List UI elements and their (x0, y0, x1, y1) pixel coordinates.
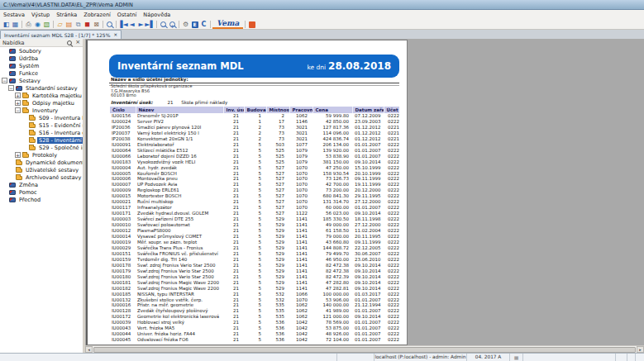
table-cell: PlasmaPS8000 (136, 228, 223, 234)
document-tab[interactable]: Inventární seznam MDL S28 - [1/7] * 125%… (0, 30, 122, 39)
table-cell: 21 (223, 125, 244, 131)
menu-item[interactable]: Výstup (28, 12, 53, 18)
table-cell: 21 (223, 308, 244, 314)
tree-item[interactable]: Soubory (0, 47, 83, 55)
close-doc-icon[interactable]: ⊠ (92, 20, 101, 29)
table-cell: 21 (223, 171, 244, 177)
table-row: IU00024Server PIV221117114642 850.0023.0… (110, 119, 399, 125)
tree-item[interactable]: +Odpisy majetku (0, 99, 83, 107)
tree-item[interactable]: Změna (0, 181, 83, 188)
table-cell: 1042 (289, 325, 312, 331)
tree-item[interactable]: S29 - Společné inventury čárov (0, 144, 83, 151)
sidebar-title: Nabídka (2, 40, 67, 46)
record-icon[interactable]: ◼ (83, 20, 92, 29)
image-icon[interactable]: ▧ (42, 20, 51, 29)
table-cell: 11.02.2004 (352, 228, 384, 234)
prev-page-icon[interactable]: ◄ (127, 20, 136, 29)
folder-icon (16, 176, 22, 180)
table-cell: 21 (223, 257, 244, 263)
collapse-icon[interactable]: − (15, 107, 21, 113)
tree-item[interactable]: S15 - Evidenční štítky MDL (0, 121, 83, 129)
tree-item[interactable]: −Inventury (0, 107, 83, 114)
table-cell: 3021 (289, 125, 312, 131)
table-cell: IU00005 (110, 171, 136, 177)
vema-red-icon[interactable] (247, 20, 256, 29)
table-cell: IU00151 (110, 251, 136, 257)
expand-icon[interactable]: + (15, 93, 21, 98)
tree-item[interactable]: −Standardní sestavy (0, 84, 83, 92)
table-cell: 02222 (384, 280, 399, 286)
table-cell: 206 134.00 (312, 142, 352, 148)
tree-item[interactable]: Přechod (0, 196, 83, 203)
table-cell: 527 (266, 176, 289, 182)
tree-item[interactable]: Dynamické dokumenty (0, 159, 83, 166)
tree-item[interactable]: +Protokoly (0, 151, 83, 159)
tree-item[interactable]: +Kartotéka majetku (0, 92, 83, 99)
tree-item[interactable]: −Sestavy (0, 77, 83, 84)
table-cell: 5 (244, 228, 266, 234)
expand-icon[interactable]: + (15, 100, 21, 106)
last-page-icon[interactable]: ►▌ (145, 20, 155, 29)
toolbar-separator (53, 21, 54, 28)
next-page-icon[interactable]: ► (136, 20, 145, 29)
tree-item[interactable]: S09 - Inventura MDL (0, 114, 83, 121)
table-row: IP20038Konvektomat 20xGN 1/1212733021424… (110, 136, 399, 142)
tree-item-label: Archivované sestavy (24, 174, 83, 181)
table-cell: 5 (244, 320, 266, 325)
menu-item[interactable]: Sestava (0, 12, 28, 18)
table-cell: 144 808.72 (312, 245, 352, 251)
tab-close-icon[interactable]: × (113, 31, 117, 38)
main-scroll-right-icon[interactable]: ▸ (637, 346, 644, 353)
copy-icon[interactable]: ⧉ (74, 20, 83, 29)
grid-icon[interactable]: ▦ (11, 20, 20, 29)
main-scroll-left-icon[interactable]: ◂ (85, 346, 93, 353)
search-icon[interactable] (105, 20, 114, 29)
tree-indent (21, 130, 27, 135)
tree-item[interactable]: Údržba (0, 55, 83, 62)
window-icon[interactable]: ◧ (2, 20, 11, 29)
first-page-icon[interactable]: ▐◄ (118, 20, 127, 29)
table-cell: 07.12.2009 (352, 113, 384, 119)
print-icon[interactable]: ⎙ (24, 20, 33, 29)
menu-item[interactable]: Nápověda (140, 12, 174, 18)
open-icon[interactable]: ▱ (55, 20, 64, 29)
table-cell: 5 (244, 176, 266, 182)
zoom-out-icon[interactable]: − (159, 20, 168, 29)
table-cell: Svař.zdroj Fronius Magic Wave 2200 (136, 280, 223, 286)
export-icon[interactable]: E (190, 20, 199, 29)
tree-item[interactable]: S16 - Inventura čárovým kódem (0, 129, 83, 136)
menu-item[interactable]: Zobrazení (80, 12, 114, 18)
sidebar-close-icon[interactable]: × (75, 40, 80, 45)
table-cell: 21 (223, 274, 244, 280)
table-cell: 19.11.1999 (352, 182, 384, 188)
tree-item[interactable]: Uživatelské sestavy (0, 166, 83, 173)
main-scroll-thumb[interactable] (93, 347, 636, 353)
table-cell: Odvalovací frézka FO6 (136, 337, 223, 343)
expand-icon[interactable]: + (15, 152, 21, 158)
collapse-icon[interactable]: − (2, 78, 7, 83)
tree-item[interactable]: S28 - Inventární seznam MDL (0, 136, 83, 144)
client-icon[interactable]: C (199, 20, 208, 29)
tree-item[interactable]: Systém (0, 62, 83, 69)
table-cell: IU00004 (110, 165, 136, 171)
pin-icon[interactable] (67, 40, 72, 45)
menu-item[interactable]: Stránka (53, 12, 80, 18)
table-cell: 21 (223, 320, 244, 325)
toolbar-separator (210, 21, 211, 28)
briefcase-icon (9, 71, 16, 76)
sidebar-header: Nabídka × (0, 39, 83, 47)
table-cell: IU00172 (110, 314, 136, 320)
preview-icon[interactable]: ◉ (33, 20, 42, 29)
collapse-icon[interactable]: − (8, 85, 14, 91)
menu-item[interactable]: Ostatní (114, 12, 141, 18)
main-hscrollbar[interactable]: ◂ ▸ (85, 345, 644, 353)
tree-item[interactable]: Funkce (0, 69, 83, 77)
settings-icon[interactable]: ⚙ (181, 20, 190, 29)
tree-item[interactable]: Archivované sestavy (0, 173, 83, 181)
book-icon[interactable]: ▤ (64, 20, 74, 29)
status-grid-icon[interactable]: ▦ (510, 354, 523, 361)
zoom-in-icon[interactable]: + (168, 20, 177, 29)
folder-icon (22, 109, 29, 113)
tree-item[interactable]: Pomoc (0, 188, 83, 196)
table-cell: 1070 (289, 176, 312, 182)
